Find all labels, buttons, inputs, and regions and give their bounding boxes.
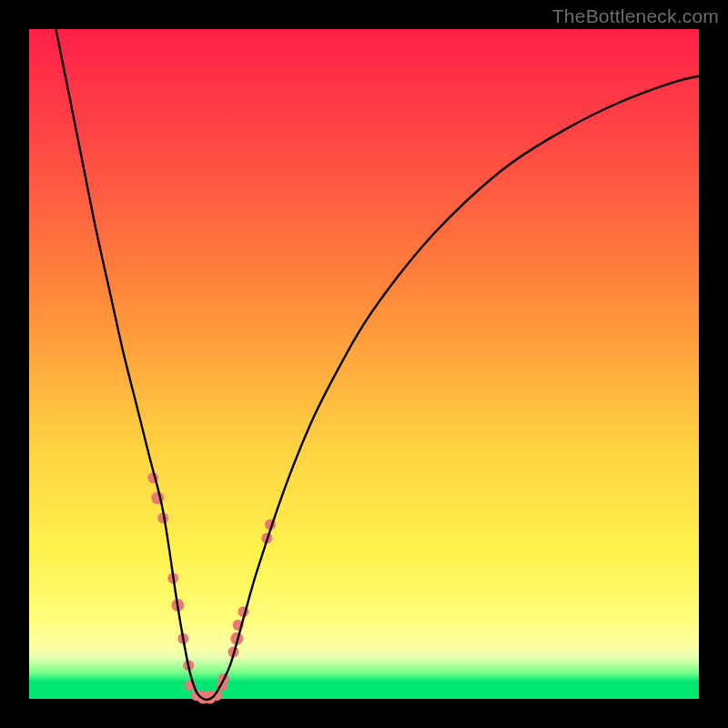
plot-area — [29, 29, 699, 699]
watermark-text: TheBottleneck.com — [552, 5, 719, 27]
bottleneck-chart — [29, 29, 699, 699]
outer-frame: TheBottleneck.com — [0, 0, 728, 728]
markers-group — [147, 472, 276, 703]
bottleneck-curve-path — [56, 29, 699, 700]
